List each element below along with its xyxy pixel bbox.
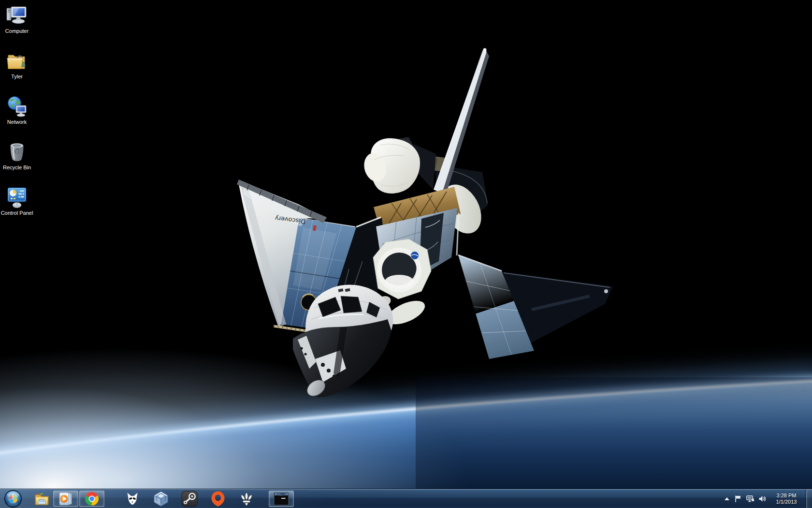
desktop-icon-recycle-bin[interactable]: Recycle Bin bbox=[0, 140, 34, 170]
network-icon bbox=[5, 95, 29, 118]
taskbar-fleur-game-button[interactable] bbox=[237, 489, 256, 508]
desktop-icon-label: Recycle Bin bbox=[3, 164, 31, 170]
windows-desktop: { "desktop": { "icons": [ {"label": "Com… bbox=[0, 0, 812, 508]
control-panel-icon bbox=[5, 186, 29, 209]
foobar2000-icon bbox=[125, 492, 140, 506]
taskbar: C:\_ bbox=[0, 489, 812, 508]
taskbar-clock[interactable]: 3:28 PM 1/1/2013 bbox=[771, 493, 802, 505]
taskbar-command-prompt-button[interactable]: C:\_ bbox=[269, 491, 294, 507]
taskbar-explorer-button[interactable] bbox=[32, 489, 51, 508]
google-chrome-icon bbox=[84, 491, 100, 507]
clock-time: 3:28 PM bbox=[771, 493, 802, 499]
taskbar-wmp-button[interactable] bbox=[53, 491, 78, 507]
cmd-mini-title: C:\_ bbox=[275, 493, 281, 496]
taskbar-virtualbox-button[interactable] bbox=[151, 489, 171, 508]
windows-explorer-icon bbox=[33, 491, 50, 507]
wallpaper-space-shuttle: Discovery bbox=[0, 0, 812, 489]
chevron-up-icon bbox=[724, 496, 730, 501]
windows-orb-icon bbox=[4, 490, 22, 508]
virtualbox-icon bbox=[153, 491, 169, 507]
desktop-icon-label: Control Panel bbox=[1, 210, 33, 216]
user-folder-icon bbox=[5, 49, 29, 73]
desktop-icon-label: Network bbox=[7, 119, 27, 125]
desktop-icon-label: Tyler bbox=[11, 74, 23, 79]
taskbar-origin-button[interactable] bbox=[208, 489, 228, 508]
desktop-icon-control-panel[interactable]: Control Panel bbox=[0, 186, 34, 216]
flag-icon bbox=[734, 495, 742, 503]
volume-tray-button[interactable] bbox=[758, 495, 766, 503]
taskbar-steam-button[interactable] bbox=[180, 489, 199, 508]
computer-icon bbox=[5, 4, 29, 27]
network-monitor-icon bbox=[746, 495, 754, 503]
desktop-icon-network[interactable]: Network bbox=[0, 95, 34, 125]
windows-media-player-icon bbox=[58, 491, 73, 507]
action-center-button[interactable] bbox=[734, 495, 742, 503]
show-hidden-icons-button[interactable] bbox=[724, 496, 730, 501]
clock-date: 1/1/2013 bbox=[771, 499, 802, 505]
recycle-bin-icon bbox=[5, 140, 29, 164]
taskbar-chrome-button[interactable] bbox=[79, 491, 104, 507]
desktop-icon-computer[interactable]: Computer bbox=[0, 4, 34, 34]
steam-icon bbox=[181, 491, 198, 507]
fleur-de-lis-icon bbox=[239, 491, 254, 507]
desktop-icon-label: Computer bbox=[5, 28, 29, 34]
origin-icon bbox=[211, 491, 225, 507]
speaker-icon bbox=[758, 495, 766, 503]
desktop-icon-user-folder[interactable]: Tyler bbox=[0, 49, 34, 79]
show-desktop-button[interactable] bbox=[806, 489, 812, 508]
command-prompt-icon: C:\_ bbox=[274, 492, 289, 506]
start-button[interactable] bbox=[4, 490, 22, 508]
system-tray: 3:28 PM 1/1/2013 bbox=[724, 489, 812, 508]
taskbar-foobar2000-button[interactable] bbox=[123, 489, 142, 508]
network-tray-button[interactable] bbox=[746, 495, 754, 503]
